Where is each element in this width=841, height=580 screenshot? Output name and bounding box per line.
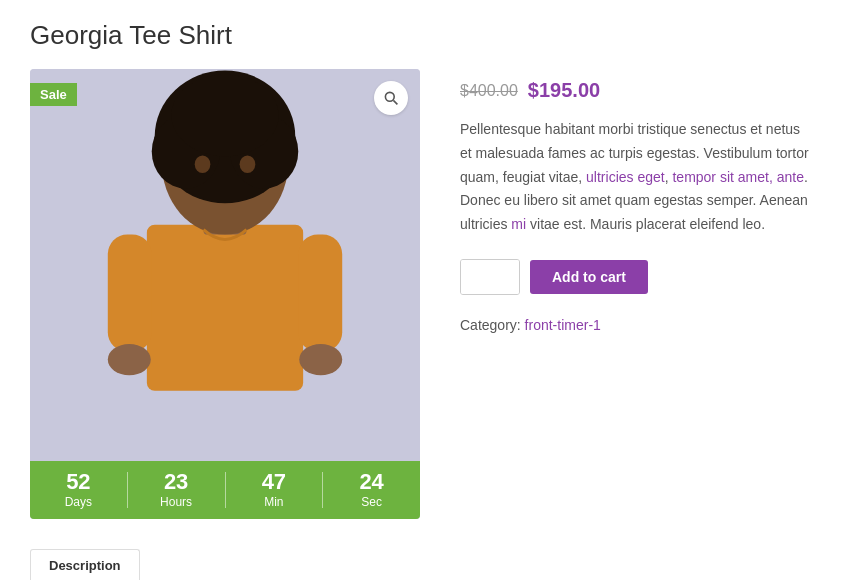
search-icon	[383, 90, 399, 106]
svg-line-1	[393, 100, 397, 104]
quantity-wrapper: ▲ ▼	[460, 259, 520, 295]
product-description: Pellentesque habitant morbi tristique se…	[460, 118, 811, 237]
product-image-area: Sale	[30, 69, 420, 519]
category-value[interactable]: front-timer-1	[525, 317, 601, 333]
sale-price: $195.00	[528, 79, 600, 102]
add-to-cart-button[interactable]: Add to cart	[530, 260, 648, 294]
sale-badge: Sale	[30, 83, 77, 106]
svg-point-9	[195, 155, 211, 173]
zoom-button[interactable]	[374, 81, 408, 115]
price-row: $400.00 $195.00	[460, 79, 811, 102]
product-layout: Sale	[30, 69, 811, 519]
countdown-bar: 52 Days 23 Hours 47 Min 24 Sec	[30, 461, 420, 519]
category-label: Category:	[460, 317, 521, 333]
svg-rect-2	[147, 225, 303, 391]
countdown-sec: 24 Sec	[323, 471, 420, 509]
tab-description[interactable]: Description	[30, 549, 140, 580]
original-price: $400.00	[460, 82, 518, 100]
svg-point-13	[108, 344, 151, 375]
countdown-days: 52 Days	[30, 471, 127, 509]
svg-point-0	[385, 92, 394, 101]
desc-link-tempor[interactable]: tempor sit amet, ante	[672, 169, 804, 185]
add-to-cart-row: ▲ ▼ Add to cart	[460, 259, 811, 295]
svg-rect-11	[108, 235, 152, 352]
desc-link-ultricies[interactable]: ultricies eget	[586, 169, 665, 185]
countdown-hours: 23 Hours	[128, 471, 225, 509]
product-person-image	[85, 69, 365, 469]
page-title: Georgia Tee Shirt	[30, 20, 811, 51]
svg-rect-12	[298, 235, 342, 352]
product-info: $400.00 $195.00 Pellentesque habitant mo…	[460, 69, 811, 333]
desc-link-mi[interactable]: mi	[511, 216, 526, 232]
countdown-min: 47 Min	[226, 471, 323, 509]
svg-point-8	[171, 74, 278, 156]
category-row: Category: front-timer-1	[460, 317, 811, 333]
svg-point-14	[299, 344, 342, 375]
svg-point-10	[240, 155, 256, 173]
product-image-wrapper: Sale	[30, 69, 420, 519]
tabs-row: Description	[30, 549, 811, 580]
quantity-input[interactable]	[461, 260, 520, 294]
